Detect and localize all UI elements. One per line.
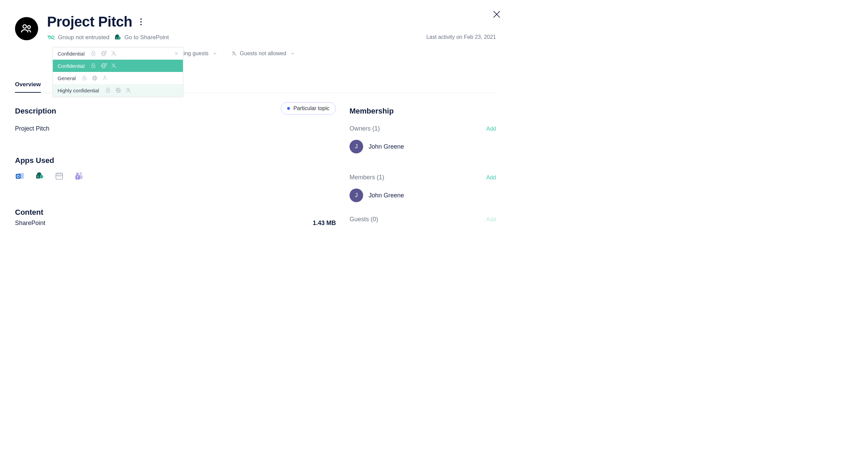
avatar: J	[350, 140, 363, 153]
svg-point-34	[104, 76, 106, 78]
members-label: Members (1)	[350, 174, 384, 181]
svg-text:S: S	[37, 175, 39, 178]
svg-point-3	[28, 26, 30, 28]
lock-icon	[90, 62, 97, 69]
svg-rect-35	[106, 90, 110, 92]
globe-off-icon	[115, 87, 122, 94]
globe-icon	[91, 75, 98, 81]
member-row: J John Greene	[350, 189, 496, 202]
teams-icon: T	[74, 171, 84, 181]
description-text: Project Pitch	[15, 125, 336, 132]
svg-rect-27	[83, 77, 86, 80]
storage-value: 1.43 MB	[313, 220, 336, 227]
svg-point-10	[93, 54, 94, 55]
sensitivity-current-label: Confidential	[58, 51, 84, 57]
more-actions-button[interactable]	[138, 16, 144, 27]
outlook-icon	[15, 171, 25, 181]
add-owner-button[interactable]: Add	[486, 126, 496, 132]
clear-sensitivity-icon[interactable]	[174, 51, 179, 56]
tab-overview[interactable]: Overview	[15, 81, 41, 93]
svg-text:N: N	[105, 63, 107, 65]
unlock-icon	[81, 75, 88, 81]
page-title: Project Pitch	[47, 14, 132, 30]
sensitivity-dropdown[interactable]: Confidential N Confidential N General	[52, 47, 183, 97]
svg-line-26	[112, 63, 116, 68]
guests-label: Guests (0)	[350, 216, 378, 223]
go-to-sharepoint-link[interactable]: S Go to SharePoint	[114, 34, 169, 41]
svg-rect-9	[92, 53, 95, 56]
add-guest-button: Add	[486, 216, 496, 223]
svg-rect-52	[56, 173, 63, 179]
svg-text:T: T	[77, 175, 79, 179]
trust-status: Group not entrusted	[47, 33, 109, 42]
content-heading: Content	[15, 208, 336, 217]
globe-n-icon: N	[100, 62, 107, 69]
owner-row: J John Greene	[350, 140, 496, 153]
guests-policy-dropdown[interactable]: Guests not allowed	[231, 50, 295, 57]
svg-point-36	[108, 91, 108, 91]
apps-heading: Apps Used	[15, 156, 336, 165]
svg-line-16	[112, 51, 116, 56]
sensitivity-option-general[interactable]: General	[53, 72, 183, 84]
sharepoint-link-label: Go to SharePoint	[124, 34, 169, 41]
person-off-icon	[110, 62, 117, 69]
chevron-down-icon	[213, 51, 217, 56]
person-off-icon	[231, 50, 237, 57]
description-heading: Description	[15, 107, 56, 116]
person-icon	[102, 75, 108, 81]
add-member-button[interactable]: Add	[486, 175, 496, 181]
member-name: John Greene	[369, 192, 404, 199]
storage-label: SharePoint	[15, 220, 45, 227]
handshake-icon	[47, 33, 55, 42]
owner-name: John Greene	[369, 143, 404, 150]
guests-policy-label: Guests not allowed	[240, 50, 286, 57]
lock-icon	[90, 50, 97, 57]
person-off-icon	[125, 87, 132, 94]
lock-icon	[105, 87, 111, 94]
avatar: J	[350, 189, 363, 202]
owners-label: Owners (1)	[350, 125, 380, 132]
sensitivity-current[interactable]: Confidential N	[53, 47, 183, 60]
person-off-icon	[110, 50, 117, 57]
svg-point-59	[79, 172, 82, 175]
svg-point-28	[84, 78, 85, 79]
svg-point-20	[93, 66, 94, 67]
svg-line-42	[126, 88, 130, 92]
sharepoint-icon: S	[114, 34, 122, 41]
svg-point-49	[40, 175, 43, 179]
svg-line-44	[232, 51, 236, 56]
sensitivity-option-confidential[interactable]: Confidential N	[53, 60, 183, 72]
globe-n-icon: N	[100, 50, 107, 57]
membership-heading: Membership	[350, 107, 496, 116]
close-button[interactable]	[492, 10, 501, 19]
topic-pill-label: Particular topic	[293, 105, 329, 111]
last-activity-text: Last activity on Feb 23, 2021	[426, 34, 496, 40]
svg-text:N: N	[105, 50, 107, 53]
sensitivity-option-highly-confidential[interactable]: Highly confidential	[53, 84, 183, 96]
svg-point-2	[23, 25, 26, 28]
svg-text:S: S	[116, 36, 118, 40]
group-avatar	[15, 17, 38, 40]
calendar-icon	[55, 171, 64, 181]
chevron-down-icon	[290, 51, 295, 56]
sharepoint-icon: S	[35, 171, 44, 181]
topic-pill[interactable]: Particular topic	[281, 102, 336, 115]
topic-dot-icon	[287, 107, 290, 110]
trust-status-label: Group not entrusted	[58, 34, 109, 41]
svg-rect-19	[92, 65, 95, 68]
svg-rect-46	[16, 174, 20, 179]
